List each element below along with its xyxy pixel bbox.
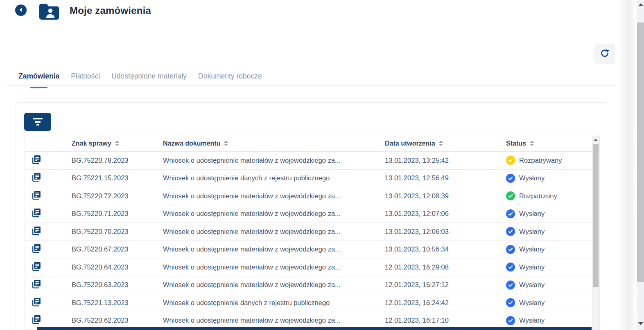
tab-dokumenty-robocze[interactable]: Dokumenty robocze <box>198 72 262 87</box>
cell-status: Rozpatrywany <box>506 156 599 165</box>
table-scrollbar[interactable] <box>592 136 599 330</box>
page-scrollbar[interactable] <box>637 0 644 330</box>
cell-data-utworzenia: 13.01.2023, 12:08:39 <box>385 192 506 200</box>
cell-document <box>25 278 72 291</box>
filter-icon <box>33 118 43 126</box>
table-row[interactable]: BG.75220.71.2023 Wniosek o udostępnienie… <box>25 205 599 223</box>
column-label: Nazwa dokumentu <box>163 140 220 147</box>
cell-nazwa-dokumentu: Wniosek o udostępnienie materiałów z woj… <box>163 157 385 164</box>
document-copy-icon[interactable] <box>31 207 42 220</box>
status-label: Wysłany <box>519 174 545 182</box>
table-row[interactable]: BG.75220.78.2023 Wniosek o udostępnienie… <box>25 152 599 170</box>
tabs-divider <box>7 85 616 86</box>
bottom-bar <box>37 327 592 330</box>
table-row[interactable]: BG.75221.13.2023 Wniosek o udostępnienie… <box>25 294 599 312</box>
cell-status: Wysłany <box>506 174 599 183</box>
sort-icon <box>224 141 228 146</box>
table-scrollbar-thumb[interactable] <box>593 144 599 287</box>
panel-edge-shadow <box>618 0 637 330</box>
scroll-down-icon[interactable] <box>638 322 643 325</box>
cell-znak-sprawy: BG.75220.70.2023 <box>72 228 163 236</box>
tab-p-atnosci[interactable]: Płatności <box>71 72 100 87</box>
document-copy-icon[interactable] <box>31 154 42 167</box>
status-label: Rozpatrywany <box>519 157 562 164</box>
status-check-icon <box>506 227 515 236</box>
cell-nazwa-dokumentu: Wniosek o udostępnienie materiałów z woj… <box>163 228 385 236</box>
back-button[interactable] <box>15 4 27 16</box>
table-row[interactable]: BG.75220.63.2023 Wniosek o udostępnienie… <box>25 276 599 294</box>
table-row[interactable]: BG.75220.64.2023 Wniosek o udostępnienie… <box>25 258 599 276</box>
cell-nazwa-dokumentu: Wniosek o udostępnienie danych z rejestr… <box>163 299 385 307</box>
filter-button[interactable] <box>24 113 51 131</box>
cell-status: Wysłany <box>506 209 599 218</box>
column-header-nazwa-dokumentu[interactable]: Nazwa dokumentu <box>163 140 385 147</box>
status-check-icon <box>506 156 515 165</box>
cell-document <box>25 243 72 256</box>
tab-bar: ZamówieniaPłatnościUdostępnione materiał… <box>18 72 262 87</box>
document-copy-icon[interactable] <box>31 190 42 202</box>
cell-nazwa-dokumentu: Wniosek o udostępnienie materiałów z woj… <box>163 263 385 271</box>
cell-document <box>25 296 72 309</box>
table-row[interactable]: BG.75220.67.2023 Wniosek o udostępnienie… <box>25 241 599 259</box>
cell-znak-sprawy: BG.75220.67.2023 <box>72 245 163 253</box>
cell-znak-sprawy: BG.75220.63.2023 <box>72 281 163 289</box>
page-scrollbar-thumb[interactable] <box>637 22 644 282</box>
tab-udostepnione-materia-y[interactable]: Udostępnione materiały <box>111 72 187 87</box>
column-header-data-utworzenia[interactable]: Data utworzenia <box>385 140 506 147</box>
page-title: Moje zamówienia <box>70 5 151 16</box>
status-label: Wysłany <box>519 263 545 271</box>
cell-data-utworzenia: 13.01.2023, 12:06:03 <box>385 228 506 236</box>
table-row[interactable]: BG.75220.70.2023 Wniosek o udostępnienie… <box>25 223 599 241</box>
table-header-row: Znak sprawyNazwa dokumentuData utworzeni… <box>25 135 599 152</box>
column-header-znak-sprawy[interactable]: Znak sprawy <box>72 140 163 147</box>
table-body: BG.75220.78.2023 Wniosek o udostępnienie… <box>25 152 599 330</box>
column-header-status[interactable]: Status <box>506 140 592 147</box>
cell-status: Wysłany <box>506 298 599 307</box>
table-row[interactable]: BG.75220.72.2023 Wniosek o udostępnienie… <box>25 187 599 205</box>
table-row[interactable]: BG.75221.15.2023 Wniosek o udostępnienie… <box>25 170 599 188</box>
status-check-icon <box>506 174 515 183</box>
status-label: Rozpatrzony <box>519 192 557 200</box>
tab-zamowienia[interactable]: Zamówienia <box>18 72 59 87</box>
scroll-up-icon[interactable] <box>638 3 643 6</box>
back-arrow-icon <box>18 7 24 14</box>
document-copy-icon[interactable] <box>31 296 42 309</box>
cell-document <box>25 154 72 167</box>
status-label: Wysłany <box>519 317 545 324</box>
cell-status: Wysłany <box>506 316 599 325</box>
cell-znak-sprawy: BG.75220.72.2023 <box>72 192 163 200</box>
column-label: Status <box>506 140 526 147</box>
document-copy-icon[interactable] <box>31 243 42 256</box>
cell-document <box>25 190 72 202</box>
document-copy-icon[interactable] <box>31 314 42 327</box>
status-label: Wysłany <box>519 299 545 307</box>
document-copy-icon[interactable] <box>31 172 42 184</box>
status-check-icon <box>506 298 515 307</box>
cell-document <box>25 225 72 238</box>
cell-status: Wysłany <box>506 227 599 236</box>
sort-icon <box>439 141 443 146</box>
cell-document <box>25 261 72 274</box>
status-label: Wysłany <box>519 210 545 218</box>
cell-nazwa-dokumentu: Wniosek o udostępnienie materiałów z woj… <box>163 192 385 200</box>
status-check-icon <box>506 245 515 254</box>
status-check-icon <box>506 316 515 325</box>
cell-nazwa-dokumentu: Wniosek o udostępnienie materiałów z woj… <box>163 281 385 289</box>
document-copy-icon[interactable] <box>31 278 42 291</box>
refresh-button[interactable] <box>594 44 615 64</box>
folder-user-icon <box>38 2 60 20</box>
document-copy-icon[interactable] <box>31 261 42 274</box>
cell-nazwa-dokumentu: Wniosek o udostępnienie danych z rejestr… <box>163 174 385 182</box>
refresh-icon <box>599 48 610 60</box>
cell-data-utworzenia: 13.01.2023, 12:07:06 <box>385 210 506 218</box>
document-copy-icon[interactable] <box>31 225 42 238</box>
cell-data-utworzenia: 13.01.2023, 10:56:34 <box>385 245 506 253</box>
cell-znak-sprawy: BG.75220.64.2023 <box>72 263 163 271</box>
cell-znak-sprawy: BG.75221.15.2023 <box>72 174 163 182</box>
scroll-up-icon[interactable] <box>594 139 598 141</box>
cell-nazwa-dokumentu: Wniosek o udostępnienie materiałów z woj… <box>163 210 385 218</box>
cell-status: Wysłany <box>506 263 599 272</box>
cell-data-utworzenia: 12.01.2023, 16:27:12 <box>385 281 506 289</box>
cell-data-utworzenia: 12.01.2023, 16:24:42 <box>385 299 506 307</box>
cell-data-utworzenia: 12.01.2023, 16:17:10 <box>385 317 506 324</box>
